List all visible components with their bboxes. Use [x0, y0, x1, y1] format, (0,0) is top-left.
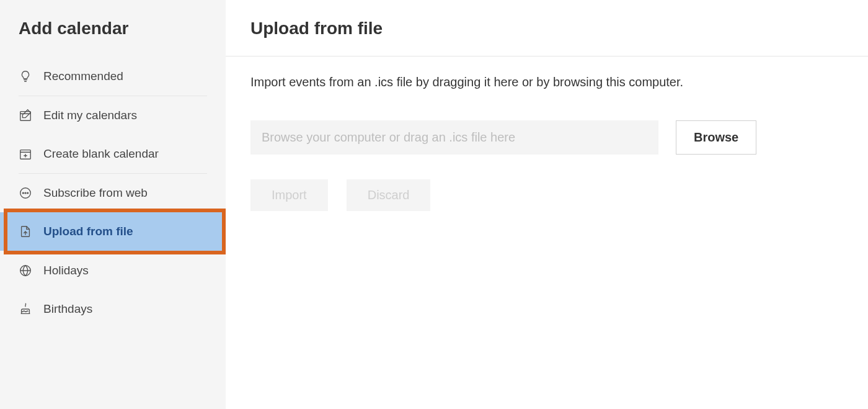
- blank-calendar-icon: [19, 147, 32, 161]
- import-button[interactable]: Import: [250, 179, 328, 211]
- sidebar-item-label: Holidays: [43, 264, 89, 277]
- svg-point-5: [27, 192, 29, 194]
- sidebar-item-label: Recommended: [43, 70, 123, 83]
- subscribe-icon: [19, 186, 32, 200]
- sidebar-group: Edit my calendars Create blank calendar: [19, 96, 207, 174]
- sidebar-item-holidays[interactable]: Holidays: [19, 251, 207, 290]
- sidebar-item-create-blank[interactable]: Create blank calendar: [19, 135, 207, 173]
- lightbulb-icon: [19, 70, 32, 83]
- globe-icon: [19, 264, 32, 277]
- file-row: Browse: [250, 120, 843, 155]
- upload-file-icon: [19, 225, 32, 238]
- sidebar-item-label: Upload from file: [43, 225, 133, 238]
- svg-rect-0: [20, 112, 31, 121]
- discard-button[interactable]: Discard: [347, 179, 431, 211]
- sidebar-item-label: Birthdays: [43, 302, 92, 316]
- file-path-input[interactable]: [250, 120, 658, 155]
- sidebar-item-label: Edit my calendars: [43, 109, 137, 122]
- svg-point-3: [22, 192, 24, 194]
- svg-point-4: [25, 192, 26, 194]
- browse-button[interactable]: Browse: [676, 120, 756, 155]
- sidebar-group: Recommended: [19, 57, 207, 96]
- instruction-text: Import events from an .ics file by dragg…: [250, 75, 843, 89]
- sidebar-item-recommended[interactable]: Recommended: [19, 57, 207, 96]
- sidebar-item-upload-highlight: Upload from file: [0, 212, 226, 251]
- sidebar-item-edit-calendars[interactable]: Edit my calendars: [19, 96, 207, 135]
- sidebar-item-birthdays[interactable]: Birthdays: [19, 290, 207, 328]
- divider: [226, 56, 868, 56]
- edit-calendar-icon: [19, 109, 32, 122]
- sidebar-item-upload-file[interactable]: Upload from file: [0, 212, 226, 251]
- sidebar-group: Holidays Birthdays: [19, 251, 207, 328]
- sidebar-item-label: Create blank calendar: [43, 147, 159, 161]
- sidebar-title: Add calendar: [0, 19, 226, 57]
- sidebar-item-label: Subscribe from web: [43, 186, 148, 200]
- main-panel: Upload from file Import events from an .…: [226, 0, 868, 409]
- sidebar-group: Subscribe from web Upload from file: [19, 174, 207, 251]
- page-title: Upload from file: [250, 19, 843, 56]
- cake-icon: [19, 302, 32, 316]
- sidebar-item-subscribe-web[interactable]: Subscribe from web: [19, 174, 207, 212]
- action-row: Import Discard: [250, 179, 843, 211]
- sidebar: Add calendar Recommended Edit my calenda…: [0, 0, 226, 409]
